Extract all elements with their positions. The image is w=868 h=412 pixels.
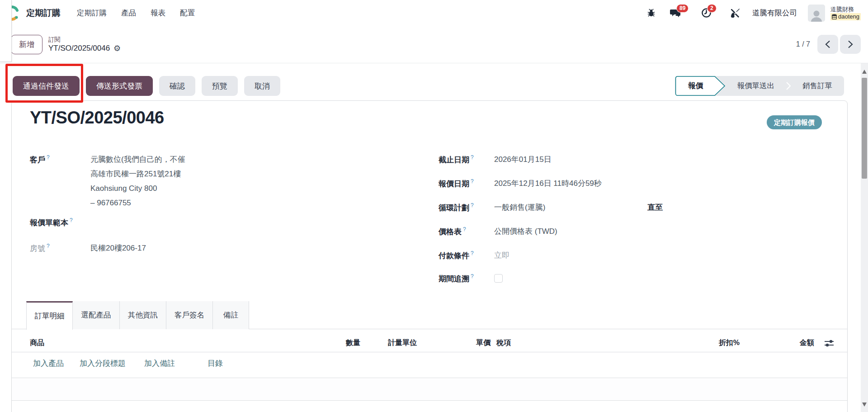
column-taxes[interactable]: 稅項: [496, 335, 511, 352]
pager-counter: 1 / 7: [796, 40, 810, 48]
confirm-button[interactable]: 確認: [159, 76, 195, 96]
retrospect-label: 期間追溯?: [439, 273, 474, 284]
expiration-value[interactable]: 2026年01月15日: [494, 154, 552, 165]
activities-count-badge: 2: [707, 4, 717, 13]
column-uom[interactable]: 計量單位: [388, 335, 417, 352]
help-icon[interactable]: ?: [471, 178, 474, 185]
pricelist-value[interactable]: 公開價格表 (TWD): [494, 226, 557, 237]
menu-subscriptions[interactable]: 定期訂購: [77, 8, 107, 18]
control-panel: 新增 訂閱 YT/SO/2025/0046 ⚙ 1 / 7: [0, 26, 868, 63]
menu-reporting[interactable]: 報表: [151, 8, 165, 18]
navbar-left: 定期訂購 定期訂購 產品 報表 配置: [0, 5, 195, 21]
scrollbar-up-arrow[interactable]: [862, 70, 867, 74]
navbar-menu: 定期訂購 產品 報表 配置: [77, 8, 195, 18]
vertical-scrollbar[interactable]: [861, 63, 868, 412]
record-title: YT/SO/2025/0046: [30, 108, 164, 128]
gear-actions-icon[interactable]: ⚙: [113, 44, 121, 52]
order-lines-header: 商品 數量 計量單位 單價 稅項 折扣% 金額: [12, 335, 847, 352]
payment-terms-value[interactable]: 立即: [494, 250, 509, 260]
status-step-sales-order[interactable]: 銷售訂單: [791, 81, 844, 91]
messages-count-badge: 89: [676, 4, 689, 13]
breadcrumb-parent-link[interactable]: 訂閱: [48, 36, 121, 44]
status-step-quotation-sent[interactable]: 報價單送出: [726, 81, 787, 91]
help-icon[interactable]: ?: [47, 154, 50, 161]
active-app-name[interactable]: 定期訂購: [26, 7, 61, 19]
user-avatar[interactable]: [808, 5, 825, 22]
send-proforma-button[interactable]: 傳送形式發票: [86, 76, 153, 96]
customer-label: 客戶?: [30, 154, 50, 165]
quotation-date-value[interactable]: 2025年12月16日 11時46分59秒: [494, 178, 602, 189]
pricelist-label: 價格表?: [439, 226, 466, 237]
status-separator-chevron: [786, 82, 791, 90]
help-icon[interactable]: ?: [471, 273, 474, 279]
statusbar-buttons: 通過信件發送 傳送形式發票 確認 預覽 取消: [13, 76, 280, 96]
form-sheet: YT/SO/2025/0046 定期訂購報價 客戶? 元騰數位(我們自己的，不催…: [11, 100, 848, 412]
status-pipeline: 報價 報價單送出 銷售訂單: [675, 76, 844, 96]
chevron-right-icon: [848, 40, 853, 48]
tab-optional-products[interactable]: 選配產品: [73, 301, 120, 329]
scrollbar-down-arrow[interactable]: [862, 403, 867, 407]
add-section-link[interactable]: 加入分段標題: [80, 358, 126, 369]
status-step-quotation[interactable]: 報價: [675, 76, 726, 96]
breadcrumb-current: YT/SO/2025/0046: [48, 44, 110, 53]
column-quantity[interactable]: 數量: [326, 335, 360, 352]
subscription-state-badge: 定期訂購報價: [767, 115, 822, 129]
column-unit-price[interactable]: 單價: [462, 335, 491, 352]
optional-columns-sliders-icon[interactable]: [824, 339, 834, 348]
customer-name[interactable]: 元騰數位(我們自己的，不催: [90, 152, 185, 167]
database-icon: [832, 14, 837, 19]
tab-customer-signature[interactable]: 客戶簽名: [166, 301, 213, 329]
column-product[interactable]: 商品: [30, 335, 44, 352]
new-record-button[interactable]: 新增: [11, 35, 42, 54]
user-menu[interactable]: 道騰財務 daoteng: [830, 6, 861, 20]
database-name-tag: daoteng: [830, 13, 861, 20]
menu-products[interactable]: 產品: [121, 8, 136, 18]
open-dropdown-panel-edge: [0, 0, 12, 62]
column-amount[interactable]: 金額: [783, 335, 814, 352]
retrospect-checkbox[interactable]: [494, 274, 503, 283]
customer-street: 高雄市民權一路251號21樓: [90, 167, 181, 181]
catalog-link[interactable]: 目錄: [208, 358, 223, 369]
chevron-left-icon: [825, 40, 830, 48]
pager-previous-button[interactable]: [817, 35, 838, 54]
user-display-name: 道騰財務: [830, 6, 861, 13]
messages-icon[interactable]: 89: [670, 8, 681, 19]
scrollbar-thumb[interactable]: [862, 78, 867, 179]
add-product-link[interactable]: 加入產品: [33, 358, 64, 369]
tab-notes[interactable]: 備註: [213, 301, 249, 329]
help-icon[interactable]: ?: [463, 226, 466, 232]
activities-clock-icon[interactable]: 2: [701, 8, 712, 19]
quotation-template-label: 報價單範本?: [30, 217, 73, 228]
form-view-area: 通過信件發送 傳送形式發票 確認 預覽 取消 報價 報價單送出 銷售訂單 YT/…: [0, 63, 868, 412]
company-switcher[interactable]: 道騰有限公司: [752, 8, 797, 18]
room-label: 房號?: [30, 243, 50, 254]
send-by-email-button[interactable]: 通過信件發送: [13, 76, 80, 96]
expiration-label: 截止日期?: [439, 154, 474, 165]
empty-total-zone: [12, 378, 847, 400]
breadcrumb: 訂閱 YT/SO/2025/0046 ⚙: [48, 36, 121, 53]
customer-phone: – 96766755: [90, 196, 131, 210]
debug-bug-icon[interactable]: [646, 8, 656, 19]
cancel-button[interactable]: 取消: [244, 76, 280, 96]
preview-button[interactable]: 預覽: [202, 76, 238, 96]
tab-other-info[interactable]: 其他資訊: [120, 301, 166, 329]
pager-next-button[interactable]: [840, 35, 861, 54]
recurring-plan-value[interactable]: 一般銷售(運騰): [494, 202, 545, 213]
add-note-link[interactable]: 加入備註: [144, 358, 175, 369]
column-discount[interactable]: 折扣%: [708, 335, 740, 352]
customer-city: Kaohsiung City 800: [90, 181, 157, 196]
database-login: daoteng: [838, 13, 859, 20]
help-icon[interactable]: ?: [471, 202, 474, 208]
help-icon[interactable]: ?: [70, 217, 73, 223]
payment-terms-label: 付款條件?: [439, 250, 474, 261]
tab-order-lines[interactable]: 訂單明細: [26, 301, 73, 330]
room-value[interactable]: 民權20樓206-17: [90, 243, 146, 253]
top-navbar: 定期訂購 定期訂購 產品 報表 配置 89: [0, 0, 868, 26]
notebook-tabs: 訂單明細 選配產品 其他資訊 客戶簽名 備註: [12, 301, 847, 329]
help-icon[interactable]: ?: [471, 154, 474, 161]
help-icon[interactable]: ?: [471, 250, 474, 256]
until-label: 直至: [647, 202, 663, 213]
menu-configuration[interactable]: 配置: [180, 8, 195, 18]
tools-icon[interactable]: [730, 8, 741, 19]
help-icon[interactable]: ?: [47, 243, 50, 249]
